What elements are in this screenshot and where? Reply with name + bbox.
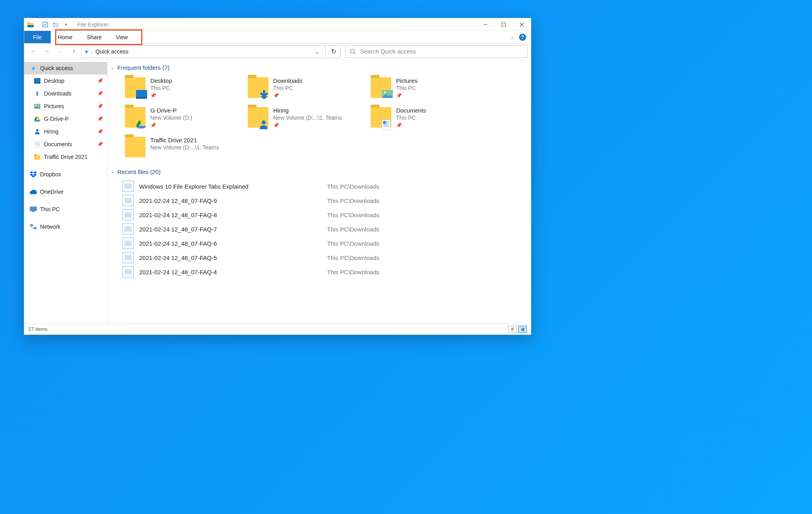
- forward-button[interactable]: →: [41, 46, 53, 57]
- file-location: This PC\Downloads: [327, 269, 379, 275]
- file-name: 2021-02-24 12_48_07-FAQ-7: [139, 226, 322, 233]
- folder-card[interactable]: DesktopThis PC📌: [123, 75, 241, 101]
- sidebar-item-downloads[interactable]: ⬇ Downloads 📌: [24, 87, 107, 100]
- minimize-button[interactable]: [476, 18, 494, 31]
- group-header-label: Frequent folders (7): [117, 64, 170, 71]
- file-location: This PC\Downloads: [327, 226, 379, 233]
- file-explorer-window: ▾ File Explorer File Home Share View ⌄ ?…: [24, 18, 531, 335]
- file-row[interactable]: 2021-02-24 12_48_07-FAQ-4This PC\Downloa…: [123, 265, 523, 279]
- image-file-icon: [123, 238, 134, 249]
- sidebar-item-traffic[interactable]: Traffic Drive 2021: [24, 151, 107, 163]
- breadcrumb[interactable]: Quick access: [96, 48, 128, 55]
- sidebar-item-documents[interactable]: Documents 📌: [24, 138, 107, 151]
- ribbon-collapse-icon[interactable]: ⌄: [510, 34, 514, 40]
- file-row[interactable]: 2021-02-24 12_48_07-FAQ-9This PC\Downloa…: [123, 193, 523, 208]
- folder-card[interactable]: PicturesThis PC📌: [368, 75, 487, 101]
- pin-icon: 📌: [396, 93, 485, 98]
- address-dropdown-icon[interactable]: ⌄: [312, 48, 323, 55]
- sidebar-root-thispc[interactable]: This PC: [24, 203, 107, 216]
- sidebar-item-label: Desktop: [44, 78, 64, 84]
- image-file-icon: [123, 252, 134, 263]
- file-tab[interactable]: File: [24, 31, 51, 43]
- sidebar-item-label: Documents: [44, 141, 72, 147]
- file-name: 2021-02-24 12_48_07-FAQ-5: [139, 254, 322, 261]
- pin-icon: 📌: [97, 91, 103, 96]
- tab-home[interactable]: Home: [51, 31, 80, 43]
- folder-card[interactable]: G-Drive-PNew Volume (D:)📌: [123, 105, 241, 130]
- file-row[interactable]: 2021-02-24 12_48_07-FAQ-5This PC\Downloa…: [123, 250, 523, 265]
- svg-rect-39: [136, 97, 147, 99]
- svg-rect-38: [136, 90, 147, 97]
- download-icon: ⬇: [34, 90, 41, 97]
- picture-overlay-icon: [382, 90, 393, 99]
- sidebar-root-network[interactable]: Network: [24, 220, 107, 233]
- folder-name: Traffic Drive 2021: [150, 137, 239, 143]
- pin-icon: 📌: [273, 122, 362, 128]
- group-frequent-folders[interactable]: ⌄ Frequent folders (7): [111, 63, 523, 75]
- person-overlay-icon: [259, 120, 270, 128]
- sidebar-item-pictures[interactable]: Pictures 📌: [24, 100, 107, 113]
- sidebar-item-hiring[interactable]: Hiring 📌: [24, 125, 107, 138]
- pc-icon: [30, 206, 37, 213]
- new-folder-icon[interactable]: [52, 21, 59, 29]
- file-row[interactable]: 2021-02-24 12_48_07-FAQ-6This PC\Downloa…: [123, 236, 523, 250]
- image-file-icon: [123, 209, 134, 220]
- folder-card[interactable]: Traffic Drive 2021New Volume (D:...\1. T…: [123, 134, 241, 160]
- breadcrumb-sep-icon: ›: [92, 49, 93, 54]
- sidebar-item-desktop[interactable]: Desktop 📌: [24, 75, 107, 87]
- maximize-button[interactable]: [494, 18, 513, 31]
- navigation-pane: ★ Quick access Desktop 📌 ⬇ Downloads 📌 P…: [24, 59, 107, 323]
- sidebar-quick-access[interactable]: ★ Quick access: [24, 62, 107, 75]
- folder-card[interactable]: DocumentsThis PC📌: [368, 105, 487, 130]
- gdrive-icon: [34, 115, 41, 122]
- star-icon: ★: [30, 65, 37, 72]
- dropbox-icon: [30, 171, 37, 178]
- file-name: 2021-02-24 12_48_07-FAQ-8: [139, 212, 322, 218]
- file-row[interactable]: 2021-02-24 12_48_07-FAQ-7This PC\Downloa…: [123, 222, 523, 236]
- search-placeholder: Search Quick access: [360, 48, 416, 55]
- folder-card[interactable]: HiringNew Volume (D:...\1. Teams📌: [245, 105, 364, 130]
- address-bar[interactable]: ★ › Quick access ⌄: [81, 45, 326, 58]
- svg-rect-2: [27, 25, 34, 27]
- tab-share[interactable]: Share: [80, 31, 109, 43]
- svg-point-10: [350, 49, 354, 53]
- tab-view[interactable]: View: [109, 31, 135, 43]
- recent-dropdown-icon[interactable]: ⌄: [54, 46, 66, 57]
- sidebar-item-label: This PC: [40, 206, 60, 212]
- pin-icon: 📌: [97, 129, 103, 134]
- refresh-button[interactable]: ↻: [327, 45, 341, 58]
- help-icon[interactable]: ?: [519, 34, 526, 41]
- download-overlay-icon: [259, 90, 270, 99]
- search-box[interactable]: Search Quick access: [345, 45, 528, 58]
- sidebar-root-onedrive[interactable]: OneDrive: [24, 185, 107, 198]
- back-button[interactable]: ←: [27, 46, 39, 57]
- file-row[interactable]: Windows 10 File Explorer Tabs ExplainedT…: [123, 179, 523, 193]
- file-name: 2021-02-24 12_48_07-FAQ-4: [139, 269, 322, 275]
- up-button[interactable]: ↑: [68, 46, 80, 57]
- svg-point-15: [35, 105, 37, 106]
- svg-rect-52: [125, 184, 131, 189]
- details-view-button[interactable]: ≣: [508, 326, 517, 333]
- image-file-icon: [123, 195, 134, 206]
- file-row[interactable]: 2021-02-24 12_48_07-FAQ-8This PC\Downloa…: [123, 208, 523, 222]
- large-icons-view-button[interactable]: ▦: [518, 326, 527, 333]
- folder-card[interactable]: DownloadsThis PC📌: [245, 75, 364, 101]
- properties-icon[interactable]: [41, 21, 49, 29]
- svg-rect-25: [34, 154, 37, 156]
- sidebar-item-gdrive[interactable]: G-Drive-P 📌: [24, 113, 107, 125]
- image-file-icon: [123, 224, 134, 235]
- close-button[interactable]: [513, 18, 531, 31]
- sidebar-item-label: OneDrive: [40, 189, 63, 195]
- desktop-overlay-icon: [136, 90, 147, 99]
- sidebar-root-dropbox[interactable]: Dropbox: [24, 168, 107, 181]
- folder-location: This PC: [396, 85, 483, 91]
- svg-rect-33: [30, 224, 33, 226]
- group-recent-files[interactable]: ⌄ Recent files (20): [111, 167, 523, 179]
- folder-location: New Volume (D:): [150, 115, 237, 121]
- content-pane: ⌄ Frequent folders (7) DesktopThis PC📌Do…: [107, 59, 531, 323]
- svg-rect-31: [30, 207, 36, 211]
- navbar: ← → ⌄ ↑ ★ › Quick access ⌄ ↻ Search Quic…: [24, 44, 531, 59]
- folder-icon: [34, 153, 41, 161]
- qat-dropdown-icon[interactable]: ▾: [62, 21, 70, 29]
- pin-icon: 📌: [273, 93, 362, 98]
